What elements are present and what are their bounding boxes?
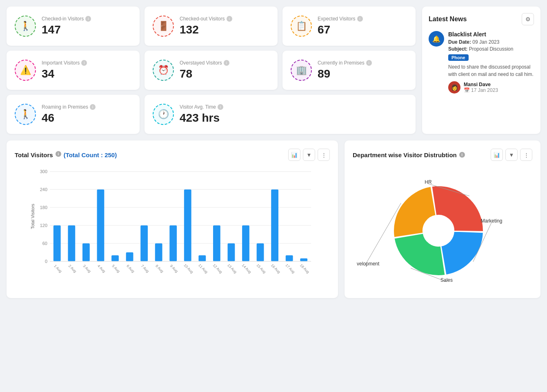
stat-card-checked-in: 🚶 Checked-in Visitors i 147: [7, 7, 140, 46]
expected-value: 67: [318, 23, 363, 36]
dept-filter-button[interactable]: ▼: [505, 149, 518, 161]
stat-card-checked-out: 🚪 Checked-out Visitors i 132: [145, 7, 278, 46]
svg-text:17 Aug: 17 Aug: [285, 263, 296, 274]
news-subject: Subject: Proposal Discussion: [448, 46, 534, 52]
bar-chart-container: 060120180240300Total Visitors1 Aug2 Aug3…: [15, 167, 330, 282]
pie-chart-container: HRMarketingSalesDevelopment: [353, 167, 532, 290]
stat-card-roaming: 🚶 Roaming in Premises i 46: [7, 95, 140, 134]
svg-text:11 Aug: 11 Aug: [198, 263, 209, 274]
expected-icon: 📋: [291, 16, 312, 37]
user-avatar-icon: 👩: [451, 84, 458, 91]
pie-label-marketing: Marketing: [481, 218, 503, 224]
total-visitors-chart-card: Total Visitors i (Total Count : 250) 📊 ▼…: [7, 140, 338, 298]
svg-text:10 Aug: 10 Aug: [183, 263, 194, 274]
checked-out-info: Checked-out Visitors i 132: [180, 16, 232, 36]
news-description: Need to share the discussed proposal wit…: [448, 63, 534, 78]
svg-text:14 Aug: 14 Aug: [241, 263, 252, 274]
overstayed-info-icon: i: [224, 60, 229, 66]
dept-chart-controls: 📊 ▼ ⋮: [491, 149, 532, 161]
overstayed-label: Overstayed Visitors i: [180, 60, 229, 66]
expected-info: Expected Visitors i 67: [318, 16, 363, 36]
currently-info: Currently in Premises i 89: [318, 60, 372, 80]
dept-chart-header: Department wise Visitor Distrubtion i 📊 …: [353, 149, 532, 161]
important-icon: ⚠️: [15, 60, 36, 81]
svg-text:300: 300: [40, 169, 47, 174]
svg-rect-39: [242, 225, 249, 261]
svg-text:60: 60: [42, 241, 47, 246]
gear-icon: ⚙: [525, 16, 531, 22]
avg-time-icon: 🕐: [153, 104, 174, 125]
svg-text:2 Aug: 2 Aug: [68, 264, 77, 273]
news-panel: Latest News ⚙ 🔔 Blacklist Alert Due Date…: [422, 7, 540, 134]
stat-card-currently: 🏢 Currently in Premises i 89: [282, 51, 416, 90]
roaming-value: 46: [42, 111, 96, 125]
pie-chart-svg: HRMarketingSalesDevelopment: [357, 167, 528, 290]
filter-button[interactable]: ▼: [303, 149, 315, 161]
bottom-section: Total Visitors i (Total Count : 250) 📊 ▼…: [7, 140, 540, 298]
checked-out-value: 132: [180, 23, 232, 36]
svg-text:5 Aug: 5 Aug: [111, 264, 120, 273]
bar-chart-svg: 060120180240300Total Visitors1 Aug2 Aug3…: [15, 167, 330, 282]
stat-cards-grid: 🚶 Checked-in Visitors i 147 🚪 Checked-ou…: [7, 7, 416, 134]
dashboard: 🚶 Checked-in Visitors i 147 🚪 Checked-ou…: [7, 7, 540, 298]
stat-card-overstayed: ⏰ Overstayed Visitors i 78: [145, 51, 278, 90]
svg-text:0: 0: [45, 259, 47, 264]
news-alert-avatar: 🔔: [429, 31, 444, 47]
svg-rect-19: [97, 189, 105, 261]
user-avatar: 👩: [448, 81, 460, 94]
user-date: 📅 17 Jan 2023: [464, 87, 498, 93]
news-item-title: Blacklist Alert: [448, 31, 534, 38]
svg-rect-27: [155, 243, 162, 261]
roaming-label: Roaming in Premises i: [42, 104, 96, 110]
svg-rect-33: [198, 255, 206, 261]
dept-chart-title: Department wise Visitor Distrubtion i: [353, 151, 465, 158]
svg-rect-25: [140, 225, 148, 261]
dept-more-button[interactable]: ⋮: [520, 149, 532, 161]
svg-text:Total Visitors: Total Visitors: [30, 203, 35, 229]
due-label: Due Date:: [448, 39, 471, 45]
svg-text:9 Aug: 9 Aug: [169, 264, 179, 273]
chart-header: Total Visitors i (Total Count : 250) 📊 ▼…: [15, 149, 330, 161]
svg-text:120: 120: [40, 223, 47, 228]
dept-info-icon: i: [459, 152, 465, 158]
pie-label-development: Development: [357, 261, 380, 267]
currently-value: 89: [318, 67, 372, 80]
svg-text:1 Aug: 1 Aug: [53, 264, 62, 273]
news-title: Latest News: [429, 16, 467, 23]
currently-info-icon: i: [366, 60, 372, 66]
svg-text:13 Aug: 13 Aug: [227, 263, 238, 274]
dept-chart-card: Department wise Visitor Distrubtion i 📊 …: [345, 140, 540, 298]
svg-rect-15: [68, 225, 75, 261]
svg-text:180: 180: [40, 205, 47, 210]
checked-out-label: Checked-out Visitors i: [180, 16, 232, 22]
important-value: 34: [42, 67, 87, 80]
more-button[interactable]: ⋮: [318, 149, 330, 161]
svg-rect-31: [184, 189, 191, 261]
svg-point-54: [423, 215, 454, 246]
user-name: Mansi Dave: [464, 82, 498, 87]
subject-label: Subject:: [448, 46, 467, 52]
svg-rect-21: [111, 255, 119, 261]
alert-icon: 🔔: [432, 35, 440, 43]
stat-card-important: ⚠️ Important Visitors i 34: [7, 51, 140, 90]
important-label: Important Visitors i: [42, 60, 87, 66]
bar-chart-icon-button[interactable]: 📊: [288, 149, 300, 161]
checked-in-info: Checked-in Visitors i 147: [42, 16, 91, 36]
phone-badge: Phone: [448, 54, 469, 61]
news-header: Latest News ⚙: [429, 13, 534, 25]
avg-time-info: Visitor Avg. Time i 423 hrs: [180, 104, 223, 125]
svg-text:16 Aug: 16 Aug: [270, 263, 281, 274]
svg-text:3 Aug: 3 Aug: [82, 264, 91, 273]
news-due-date: Due Date: 09 Jan 2023: [448, 39, 534, 45]
svg-rect-17: [82, 243, 90, 261]
checked-in-value: 147: [42, 23, 91, 36]
dept-bar-chart-button[interactable]: 📊: [491, 149, 503, 161]
subject-value: Proposal Discussion: [469, 46, 514, 52]
due-date-value: 09 Jan 2023: [472, 39, 499, 45]
overstayed-info: Overstayed Visitors i 78: [180, 60, 229, 80]
currently-icon: 🏢: [291, 60, 312, 81]
roaming-info-icon: i: [90, 104, 96, 110]
chart-controls: 📊 ▼ ⋮: [288, 149, 330, 161]
news-settings-button[interactable]: ⚙: [522, 13, 534, 25]
date-value: 17 Jan 2023: [471, 87, 498, 93]
